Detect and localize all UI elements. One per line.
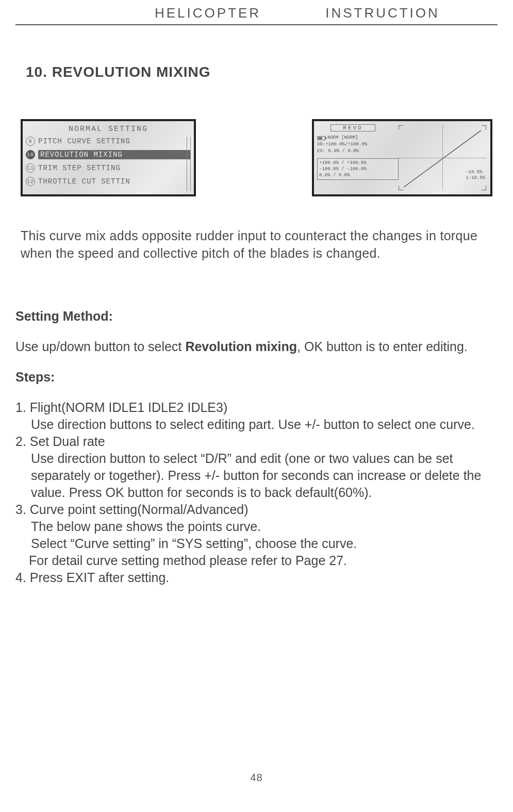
step-2-detail: Use direction button to select “D/R” and…	[15, 450, 498, 501]
lcd-menu-screen: NORMAL SETTING 9 PITCH CURVE SETTING 10 …	[21, 119, 196, 196]
step-3-heading: 3. Curve point setting(Normal/Advanced)	[15, 501, 498, 518]
steps-title: Steps:	[15, 370, 498, 385]
intro-paragraph: This curve mix adds opposite rudder inpu…	[21, 227, 492, 262]
menu-item-label: REVOLUTION MIXING	[38, 150, 191, 159]
steps-section: Steps: 1. Flight(NORM IDLE1 IDLE2 IDLE3)…	[15, 370, 498, 586]
menu-item-12: 12 THROTTLE CUT SETTIN	[26, 175, 191, 188]
setting-method-text: Use up/down button to select Revolution …	[15, 338, 498, 356]
step-4-heading: 4. Press EXIT after setting.	[15, 569, 498, 586]
revo-line-ex: EX: 0.0% / 0.0%	[317, 148, 394, 155]
menu-item-label: TRIM STEP SETTING	[38, 164, 191, 172]
setting-method-title: Setting Method:	[15, 309, 498, 324]
menu-item-10: 10 REVOLUTION MIXING	[26, 148, 191, 161]
revo-line-mode: NORM [NORM]	[317, 135, 394, 141]
menu-num-icon: 9	[26, 137, 35, 146]
menu-item-9: 9 PITCH CURVE SETTING	[26, 135, 191, 148]
graph-label: -10.5%	[466, 170, 485, 175]
steps-body: 1. Flight(NORM IDLE1 IDLE2 IDLE3) Use di…	[15, 399, 498, 586]
section-title: 10. REVOLUTION MIXING	[26, 64, 498, 80]
lcd-revo-title: REVO	[330, 124, 375, 131]
graph-labels: -10.5% 1-10.5%	[466, 170, 485, 181]
revo-box-line: 0.0% / 0.0%	[319, 172, 396, 178]
menu-num-icon: 10	[26, 150, 35, 159]
sm-pre: Use up/down button to select	[15, 339, 185, 354]
revo-status-lines: NORM [NORM] DR:+100.0%/+100.0% EX: 0.0% …	[317, 135, 394, 155]
page-number: 48	[0, 772, 513, 784]
header-right: INSTRUCTION	[325, 5, 440, 21]
lcd-revo-screen: REVO NORM [NORM] DR:+100.0%/+100.0% EX: …	[312, 119, 492, 196]
lcd-screens-row: NORMAL SETTING 9 PITCH CURVE SETTING 10 …	[21, 119, 492, 196]
menu-num-icon: 12	[26, 177, 35, 186]
step-1-detail: Use direction buttons to select editing …	[15, 416, 498, 433]
revo-graph: -10.5% 1-10.5%	[399, 125, 486, 190]
page-header: HELICOPTER INSTRUCTION	[15, 5, 498, 25]
revo-line-dr: DR:+100.0%/+100.0%	[317, 141, 394, 148]
step-2-heading: 2. Set Dual rate	[15, 433, 498, 450]
revo-box-line: -100.0% / -100.0%	[319, 166, 396, 172]
revo-values-box: +100.0% / +100.0% -100.0% / -100.0% 0.0%…	[317, 158, 399, 180]
graph-label: 1-10.5%	[466, 175, 485, 181]
step-3-detail-1: The below pane shows the points curve.	[15, 518, 498, 535]
lcd-menu-title: NORMAL SETTING	[26, 125, 191, 134]
step-3-detail-2: Select “Curve setting” in “SYS setting”,…	[15, 535, 498, 552]
menu-num-icon: 11	[26, 163, 35, 173]
curve-line-icon	[399, 125, 486, 192]
scrollbar-icon	[187, 137, 191, 191]
revo-box-line: +100.0% / +100.0%	[319, 160, 396, 166]
step-3-detail-3: For detail curve setting method please r…	[15, 552, 498, 569]
sm-post: , OK button is to enter editing.	[297, 339, 468, 354]
menu-item-11: 11 TRIM STEP SETTING	[26, 161, 191, 175]
header-left: HELICOPTER	[155, 5, 261, 21]
step-1-heading: 1. Flight(NORM IDLE1 IDLE2 IDLE3)	[15, 399, 498, 416]
setting-method-section: Setting Method: Use up/down button to se…	[15, 309, 498, 356]
menu-item-label: THROTTLE CUT SETTIN	[38, 177, 191, 186]
sm-bold: Revolution mixing	[185, 339, 297, 354]
menu-item-label: PITCH CURVE SETTING	[38, 137, 191, 145]
